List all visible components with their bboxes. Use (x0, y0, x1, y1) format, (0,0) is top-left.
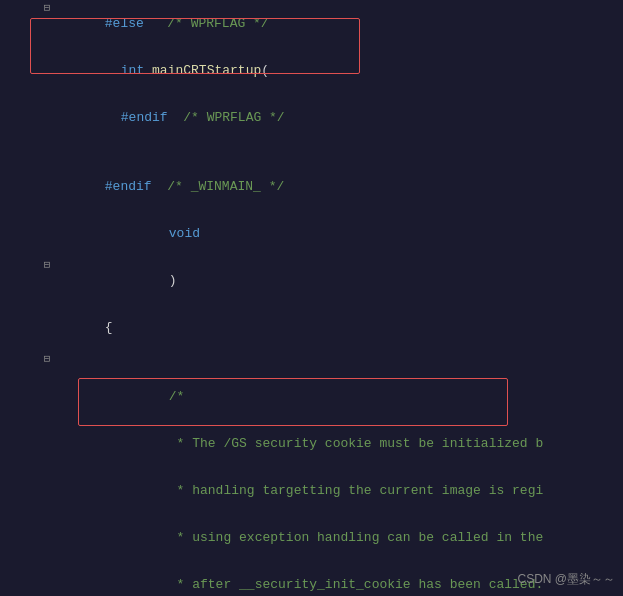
line-content: #else /* WPRFLAG */ (54, 1, 623, 46)
code-line: * handling targetting the current image … (0, 467, 623, 514)
fold-icon[interactable]: ⊟ (40, 258, 54, 271)
line-content: * using exception handling can be called… (54, 515, 623, 560)
code-line (0, 141, 623, 163)
line-content (54, 142, 623, 157)
line-content: int mainCRTStartup( (54, 48, 623, 93)
line-content: ) (54, 258, 623, 303)
code-line: /* (0, 373, 623, 420)
code-line: { (0, 304, 623, 351)
line-content: * The /GS security cookie must be initia… (54, 421, 623, 466)
code-line: ⊟ (0, 351, 623, 373)
code-line: ⊟ ) (0, 257, 623, 304)
code-line: #endif /* WPRFLAG */ (0, 94, 623, 141)
line-content: #endif /* WPRFLAG */ (54, 95, 623, 140)
line-content: { (54, 305, 623, 350)
code-line: * using exception handling can be called… (0, 514, 623, 561)
line-content (54, 352, 623, 367)
code-line: #endif /* _WINMAIN_ */ (0, 163, 623, 210)
code-line: ⊟ #else /* WPRFLAG */ (0, 0, 623, 47)
fold-icon (40, 562, 54, 574)
fold-icon (40, 142, 54, 154)
watermark: CSDN @墨染～～ (517, 571, 615, 588)
fold-icon (40, 211, 54, 223)
fold-icon (40, 468, 54, 480)
fold-icon[interactable]: ⊟ (40, 352, 54, 365)
code-line: * The /GS security cookie must be initia… (0, 420, 623, 467)
fold-icon (40, 95, 54, 107)
fold-icon (40, 515, 54, 527)
line-content: * handling targetting the current image … (54, 468, 623, 513)
fold-icon (40, 48, 54, 60)
line-content: #endif /* _WINMAIN_ */ (54, 164, 623, 209)
code-line: int mainCRTStartup( (0, 47, 623, 94)
line-content: /* (54, 374, 623, 419)
code-line: void (0, 210, 623, 257)
fold-icon (40, 421, 54, 433)
fold-icon (40, 164, 54, 176)
fold-icon[interactable]: ⊟ (40, 1, 54, 14)
code-editor: ⊟ #else /* WPRFLAG */ int mainCRTStartup… (0, 0, 623, 596)
fold-icon (40, 305, 54, 317)
fold-icon (40, 374, 54, 386)
line-content: void (54, 211, 623, 256)
